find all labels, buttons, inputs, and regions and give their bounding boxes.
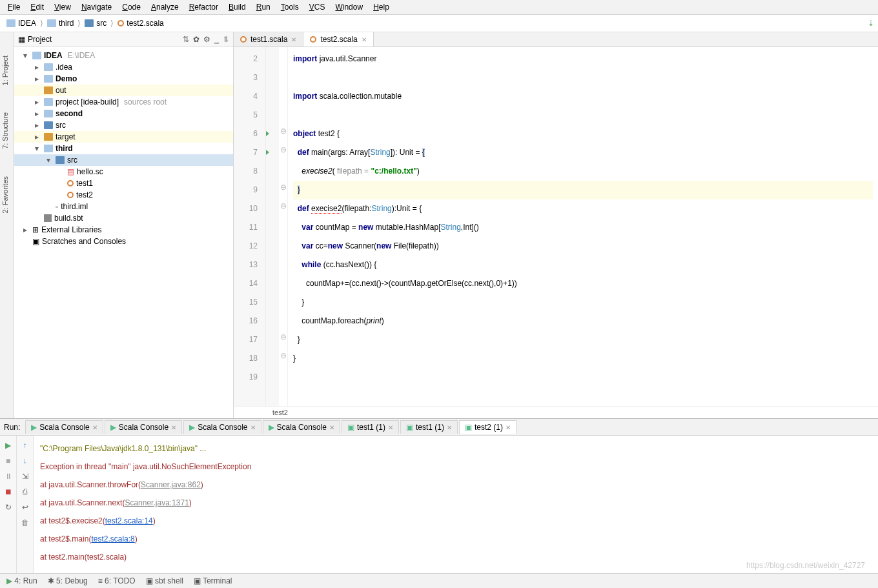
run-tab[interactable]: ▶Scala Console✕	[25, 420, 103, 434]
tree-twisty[interactable]: ▾	[21, 51, 30, 60]
tree-twisty[interactable]: ▸	[32, 109, 41, 118]
editor-tab-test2.scala[interactable]: test2.scala✕	[303, 32, 373, 46]
tree-node-src[interactable]: ▸src	[14, 119, 233, 131]
tree-node-src[interactable]: ▾src	[14, 154, 233, 166]
restart-icon[interactable]: ↻	[5, 503, 12, 512]
close-icon[interactable]: ✕	[505, 424, 511, 431]
breadcrumb-test2.scala[interactable]: test2.scala	[115, 17, 166, 29]
tool-tab[interactable]: 2: Favorites	[0, 172, 14, 217]
menu-code[interactable]: Code	[118, 1, 145, 13]
menu-analyze[interactable]: Analyze	[147, 1, 183, 13]
close-icon[interactable]: ✕	[171, 424, 176, 431]
menu-file[interactable]: File	[4, 1, 24, 13]
tree-twisty[interactable]: ▸	[21, 225, 30, 234]
tree-node-target[interactable]: ▸target	[14, 131, 233, 143]
menu-view[interactable]: View	[50, 1, 75, 13]
tree-twisty[interactable]: ▾	[32, 144, 41, 153]
status-item[interactable]: ≡ 6: TODO	[98, 576, 136, 585]
tool-tab[interactable]: 1: Project	[0, 52, 14, 89]
tree-node-third[interactable]: ▾third	[14, 143, 233, 154]
tree-node--idea[interactable]: ▸.idea	[14, 61, 233, 73]
panel-tool-icon[interactable]: ⎯	[214, 35, 219, 44]
editor-breadcrumb[interactable]: test2	[234, 406, 878, 418]
run-tab[interactable]: ▶Scala Console✕	[263, 420, 340, 434]
print-icon[interactable]: ⎙	[23, 487, 27, 496]
breadcrumb-third[interactable]: third	[45, 17, 76, 29]
run-line-icon[interactable]	[266, 131, 269, 136]
tree-node-external-libraries[interactable]: ▸⊞External Libraries	[14, 224, 233, 236]
tree-node-scratches-and-consoles[interactable]: ▣Scratches and Consoles	[14, 236, 233, 247]
run-tab[interactable]: ▣test1 (1)✕	[342, 420, 399, 434]
close-icon[interactable]: ✕	[362, 36, 367, 43]
menu-window[interactable]: Window	[331, 1, 367, 13]
close-icon[interactable]: ✕	[291, 36, 296, 43]
panel-tool-icon[interactable]: ⇅	[183, 35, 189, 44]
tree-node-test1[interactable]: test1	[14, 177, 233, 189]
status-item[interactable]: ▣ sbt shell	[146, 576, 183, 585]
project-tree[interactable]: ▾IDEAE:\IDEA▸.idea▸Demoout▸project [idea…	[14, 47, 233, 418]
tree-twisty[interactable]: ▸	[32, 63, 41, 72]
tree-node-test2[interactable]: test2	[14, 189, 233, 201]
wrap-icon[interactable]: ↩	[22, 503, 28, 512]
console-output[interactable]: "C:\Program Files\Java\jdk1.8.0_131\bin\…	[34, 436, 878, 573]
tree-twisty[interactable]: ▸	[32, 132, 41, 141]
tree-node-project--idea-build-[interactable]: ▸project [idea-build]sources root	[14, 96, 233, 108]
tree-node-build-sbt[interactable]: build.sbt	[14, 212, 233, 224]
tree-node-out[interactable]: out	[14, 85, 233, 96]
tree-twisty[interactable]: ▸	[32, 97, 41, 106]
trash-icon[interactable]: 🗑	[21, 518, 29, 527]
tool-tab[interactable]: 7: Structure	[0, 108, 14, 153]
stacktrace-link[interactable]: test2.scala:14	[105, 516, 153, 525]
run-tab[interactable]: ▣test2 (1)✕	[459, 420, 516, 434]
menu-edit[interactable]: Edit	[26, 1, 48, 13]
panel-tool-icon[interactable]: ⥮	[223, 35, 229, 44]
run-gutter[interactable]	[266, 47, 279, 406]
tree-twisty[interactable]: ▸	[32, 121, 41, 130]
code-area[interactable]: import java.util.Scanner import scala.co…	[288, 47, 878, 406]
close-icon[interactable]: ✕	[250, 424, 256, 431]
tree-node-idea[interactable]: ▾IDEAE:\IDEA	[14, 50, 233, 61]
tree-node-hello-sc[interactable]: ▤hello.sc	[14, 166, 233, 177]
menu-run[interactable]: Run	[252, 1, 274, 13]
status-item[interactable]: ▣ Terminal	[194, 576, 232, 585]
close-icon[interactable]: ✕	[92, 424, 97, 431]
breadcrumb-idea[interactable]: IDEA	[4, 17, 39, 29]
status-item[interactable]: ▶ 4: Run	[6, 576, 37, 585]
tree-node-third-iml[interactable]: ▫third.iml	[14, 201, 233, 212]
menu-help[interactable]: Help	[369, 1, 393, 13]
status-item[interactable]: ✱ 5: Debug	[48, 576, 88, 585]
tree-node-second[interactable]: ▸second	[14, 108, 233, 119]
editor-body[interactable]: 2345678910111213141516171819 ⊖⊖ ⊖⊖ ⊖⊖ im…	[234, 47, 878, 406]
stop-icon[interactable]: ■	[6, 456, 10, 465]
rerun-icon[interactable]: ▶	[5, 441, 11, 450]
run-line-icon[interactable]	[266, 150, 269, 155]
down-icon[interactable]: ↓	[23, 456, 27, 465]
pause-icon[interactable]: ⏸	[5, 472, 12, 481]
menu-tools[interactable]: Tools	[277, 1, 303, 13]
stacktrace-link[interactable]: test2.scala:8	[91, 534, 134, 543]
close-icon[interactable]: ✕	[329, 424, 334, 431]
close-icon[interactable]: ✕	[447, 424, 452, 431]
editor-tab-test1.scala[interactable]: test1.scala✕	[234, 32, 303, 46]
export-icon[interactable]: ⇲	[22, 472, 28, 481]
menu-vcs[interactable]: VCS	[305, 1, 329, 13]
build-icon[interactable]: ⇣	[868, 19, 874, 28]
panel-tool-icon[interactable]: ⚙	[203, 35, 210, 44]
close-icon[interactable]: ✕	[388, 424, 393, 431]
run-tab[interactable]: ▶Scala Console✕	[105, 420, 182, 434]
tree-twisty[interactable]: ▾	[44, 156, 53, 165]
fold-gutter[interactable]: ⊖⊖ ⊖⊖ ⊖⊖	[279, 47, 288, 406]
tree-twisty[interactable]: ▸	[32, 74, 41, 83]
run-tab[interactable]: ▣test1 (1)✕	[400, 420, 458, 434]
menu-navigate[interactable]: Navigate	[77, 1, 116, 13]
menu-refactor[interactable]: Refactor	[185, 1, 222, 13]
menu-build[interactable]: Build	[225, 1, 250, 13]
run-tab[interactable]: ▶Scala Console✕	[183, 420, 261, 434]
panel-tool-icon[interactable]: ✿	[193, 35, 199, 44]
stacktrace-link[interactable]: Scanner.java:1371	[125, 498, 189, 507]
line-number-gutter[interactable]: 2345678910111213141516171819	[234, 47, 266, 406]
exit-icon[interactable]: ⏹	[5, 487, 12, 496]
tree-node-demo[interactable]: ▸Demo	[14, 73, 233, 85]
up-icon[interactable]: ↑	[23, 441, 27, 450]
breadcrumb-src[interactable]: src	[82, 17, 109, 29]
